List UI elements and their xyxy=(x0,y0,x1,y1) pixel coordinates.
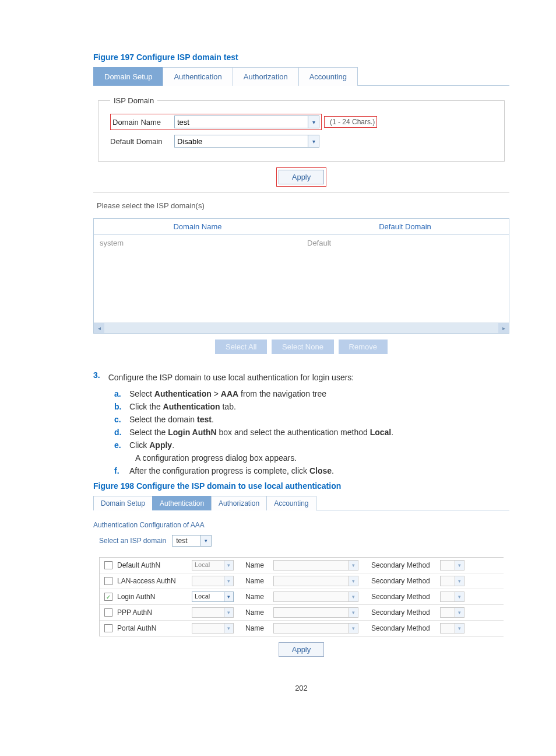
auth-row: ✓Login AuthNLocal▾Name▾Secondary Method▾ xyxy=(100,589,504,605)
default-domain-label: Default Domain xyxy=(110,137,174,146)
name-select[interactable]: ▾ xyxy=(273,607,358,618)
cell-domain-name[interactable]: system xyxy=(94,235,301,323)
checkbox[interactable] xyxy=(104,624,112,632)
domain-name-group: Domain Name ▾ xyxy=(110,114,322,130)
sub-step: e.Click Apply. xyxy=(114,440,509,450)
domain-name-input[interactable] xyxy=(174,116,308,128)
secondary-label: Secondary Method xyxy=(371,561,435,569)
checkbox[interactable] xyxy=(104,577,112,585)
apply-highlight: Apply xyxy=(276,167,327,187)
domain-table: Domain Name Default Domain system Defaul… xyxy=(93,218,509,334)
col-domain-name: Domain Name xyxy=(94,219,301,235)
checkbox[interactable] xyxy=(104,561,112,569)
select-isp-label: Select an ISP domain xyxy=(99,537,166,545)
auth-label: LAN-access AuthN xyxy=(117,577,187,585)
auth-row: LAN-access AuthN▾Name▾Secondary Method▾ xyxy=(100,573,504,589)
figure-198-tabs: Domain Setup Authentication Authorizatio… xyxy=(93,495,509,510)
name-label: Name xyxy=(245,593,269,601)
method-select[interactable]: Local▾ xyxy=(192,592,234,602)
auth-label: PPP AuthN xyxy=(117,608,187,617)
tab-authentication[interactable]: Authentication xyxy=(163,67,233,86)
step-sub-list: a.Select Authentication > AAA from the n… xyxy=(114,389,509,475)
scroll-left-icon[interactable]: ◂ xyxy=(94,323,104,333)
name-select[interactable]: ▾ xyxy=(273,560,358,570)
secondary-label: Secondary Method xyxy=(371,608,435,617)
auth-grid: Default AuthNLocal▾Name▾Secondary Method… xyxy=(99,557,504,636)
tab2-authorization[interactable]: Authorization xyxy=(211,496,267,510)
secondary-label: Secondary Method xyxy=(371,593,435,601)
secondary-select[interactable]: ▾ xyxy=(440,560,464,570)
scroll-right-icon[interactable]: ▸ xyxy=(498,323,509,333)
step-number: 3. xyxy=(93,370,100,380)
auth-row: PPP AuthN▾Name▾Secondary Method▾ xyxy=(100,605,504,621)
figure-198-caption: Figure 198 Configure the ISP domain to u… xyxy=(93,481,509,491)
sub-step: f.After the configuration progress is co… xyxy=(114,466,509,475)
table-actions: Select All Select None Remove xyxy=(93,340,509,354)
apply-button-2[interactable]: Apply xyxy=(279,642,325,657)
method-select[interactable]: ▾ xyxy=(192,623,234,634)
method-select[interactable]: ▾ xyxy=(192,607,234,618)
auth-label: Default AuthN xyxy=(117,561,187,569)
name-label: Name xyxy=(245,608,269,617)
secondary-label: Secondary Method xyxy=(371,624,435,632)
isp-domain-select[interactable]: test ▾ xyxy=(172,535,212,547)
select-domain-prompt: Please select the ISP domain(s) xyxy=(97,201,509,210)
auth-label: Portal AuthN xyxy=(117,624,187,632)
figure-197-tabs: Domain Setup Authentication Authorizatio… xyxy=(93,66,509,86)
sub-step: b.Click the Authentication tab. xyxy=(114,402,509,411)
select-all-button[interactable]: Select All xyxy=(215,340,267,354)
sub-step: c.Select the domain test. xyxy=(114,415,509,424)
select-none-button[interactable]: Select None xyxy=(272,340,334,354)
tab-authorization[interactable]: Authorization xyxy=(233,67,299,86)
name-label: Name xyxy=(245,624,269,632)
tab-accounting[interactable]: Accounting xyxy=(298,67,358,86)
name-select[interactable]: ▾ xyxy=(273,592,358,602)
chevron-down-icon[interactable]: ▾ xyxy=(201,535,212,547)
method-select[interactable]: Local▾ xyxy=(192,560,234,570)
sub-step: a.Select Authentication > AAA from the n… xyxy=(114,389,509,398)
domain-name-hint: (1 - 24 Chars.) xyxy=(324,116,377,128)
tab-domain-setup[interactable]: Domain Setup xyxy=(93,67,163,86)
name-label: Name xyxy=(245,577,269,585)
secondary-select[interactable]: ▾ xyxy=(440,592,464,602)
col-default-domain: Default Domain xyxy=(301,219,509,235)
figure-197-caption: Figure 197 Configure ISP domain test xyxy=(93,52,509,62)
remove-button[interactable]: Remove xyxy=(339,340,388,354)
auth-label: Login AuthN xyxy=(117,593,187,601)
auth-row: Portal AuthN▾Name▾Secondary Method▾ xyxy=(100,621,504,636)
apply-button[interactable]: Apply xyxy=(279,170,325,184)
auth-section-title: Authentication Configuration of AAA xyxy=(93,521,509,529)
domain-name-dropdown-icon[interactable]: ▾ xyxy=(308,116,319,128)
secondary-label: Secondary Method xyxy=(371,577,435,585)
divider xyxy=(93,192,509,193)
tab2-domain-setup[interactable]: Domain Setup xyxy=(93,496,153,510)
auth-row: Default AuthNLocal▾Name▾Secondary Method… xyxy=(100,558,504,573)
step-3: 3. Configure the ISP domain to use local… xyxy=(93,370,509,475)
secondary-select[interactable]: ▾ xyxy=(440,623,464,634)
fieldset-legend: ISP Domain xyxy=(110,96,157,105)
checkbox[interactable] xyxy=(104,608,112,617)
default-domain-dropdown-icon[interactable]: ▾ xyxy=(308,135,319,148)
page-number: 202 xyxy=(93,684,509,692)
sub-step-extra: A configuration progress dialog box appe… xyxy=(135,453,509,463)
name-select[interactable]: ▾ xyxy=(273,576,358,586)
horizontal-scrollbar[interactable]: ◂ ▸ xyxy=(94,323,509,333)
secondary-select[interactable]: ▾ xyxy=(440,607,464,618)
tab2-accounting[interactable]: Accounting xyxy=(266,496,316,510)
name-select[interactable]: ▾ xyxy=(273,623,358,634)
tab2-authentication[interactable]: Authentication xyxy=(152,496,212,510)
method-select[interactable]: ▾ xyxy=(192,576,234,586)
sub-step: d.Select the Login AuthN box and select … xyxy=(114,428,509,437)
step-title: Configure the ISP domain to use local au… xyxy=(108,373,354,382)
default-domain-select[interactable] xyxy=(174,135,308,148)
name-label: Name xyxy=(245,561,269,569)
secondary-select[interactable]: ▾ xyxy=(440,576,464,586)
domain-name-label: Domain Name xyxy=(112,118,174,127)
checkbox[interactable]: ✓ xyxy=(104,593,112,601)
isp-domain-fieldset: ISP Domain Domain Name ▾ (1 - 24 Chars.)… xyxy=(98,96,505,162)
cell-default-domain: Default xyxy=(301,235,509,323)
